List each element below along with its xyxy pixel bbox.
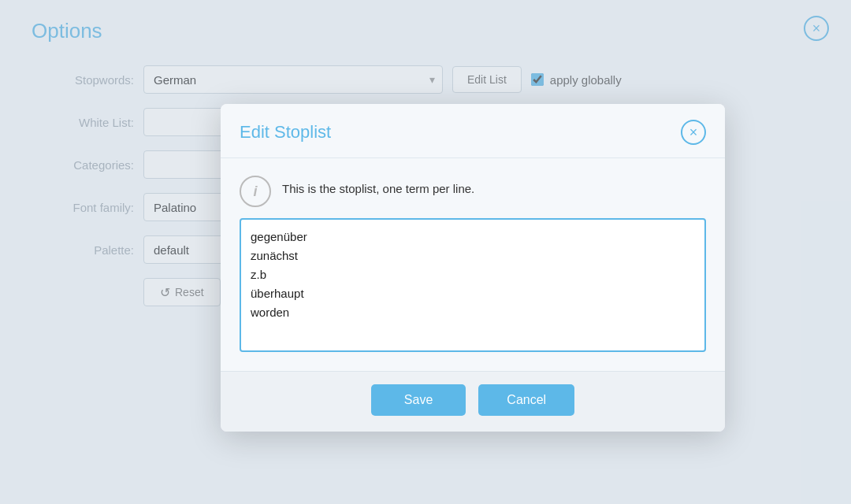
cancel-button[interactable]: Cancel xyxy=(478,384,574,416)
save-button[interactable]: Save xyxy=(371,384,466,416)
modal-body: i This is the stoplist, one term per lin… xyxy=(221,158,725,371)
modal-overlay: Edit Stoplist × i This is the stoplist, … xyxy=(0,0,851,504)
info-row: i This is the stoplist, one term per lin… xyxy=(240,174,706,207)
options-panel: Options × Stopwords: German English Fren… xyxy=(0,0,851,504)
edit-stoplist-modal: Edit Stoplist × i This is the stoplist, … xyxy=(221,104,725,432)
modal-footer: Save Cancel xyxy=(221,371,725,432)
info-text: This is the stoplist, one term per line. xyxy=(282,174,474,197)
stoplist-textarea[interactable]: gegenüber zunächst z.b überhaupt worden xyxy=(240,218,706,352)
modal-close-button[interactable]: × xyxy=(681,120,706,145)
modal-title: Edit Stoplist xyxy=(240,122,331,143)
modal-header: Edit Stoplist × xyxy=(221,104,725,158)
info-icon: i xyxy=(240,176,271,207)
info-icon-letter: i xyxy=(253,183,257,200)
